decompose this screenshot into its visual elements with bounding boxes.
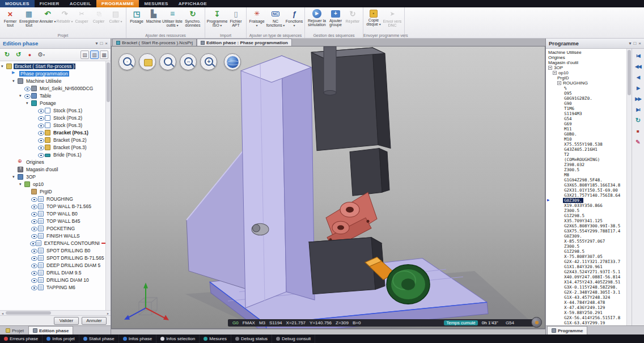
rewind-start-icon[interactable] bbox=[633, 51, 643, 61]
validate-button[interactable]: Valider bbox=[54, 317, 79, 325]
gcode-line[interactable]: G1X-63.43Y299.19 bbox=[546, 320, 626, 325]
expander-minus-icon[interactable] bbox=[557, 81, 561, 85]
tree-item[interactable]: Magasin d'outil bbox=[0, 166, 111, 173]
status-bar-item[interactable]: Infos sélection bbox=[156, 334, 200, 343]
visibility-eye-icon[interactable] bbox=[24, 86, 31, 91]
tree-item[interactable]: Origines bbox=[0, 158, 111, 166]
tree-item[interactable]: EXTERNAL CONTOURNI bbox=[0, 239, 111, 247]
view-detailed-icon[interactable] bbox=[100, 50, 108, 59]
gcode-line[interactable]: Z398.032 bbox=[546, 162, 626, 167]
menu-tab[interactable]: AFFICHAGE bbox=[173, 0, 212, 7]
expander-icon[interactable] bbox=[12, 79, 18, 83]
clamp-cylinder[interactable] bbox=[252, 223, 269, 235]
tree-item[interactable]: 3OP bbox=[0, 173, 111, 180]
gcode-line[interactable]: X-85.555Y297.067 bbox=[546, 239, 626, 244]
forward-end-icon[interactable] bbox=[633, 105, 643, 115]
scrollbar-thumb[interactable] bbox=[107, 62, 110, 102]
visibility-eye-icon[interactable] bbox=[31, 248, 37, 253]
ribbon-button[interactable]: Enregistrer tout bbox=[19, 9, 39, 31]
tree-item[interactable]: Posage bbox=[0, 99, 111, 107]
expander-icon[interactable] bbox=[19, 182, 24, 187]
support-rib[interactable] bbox=[187, 148, 248, 290]
tree-item[interactable]: TAPPING M6 bbox=[0, 283, 111, 291]
ribbon-button[interactable]: NC fonctions bbox=[265, 9, 286, 31]
gcode-line[interactable]: G3X21.757Y140.756I8.64 bbox=[546, 193, 626, 198]
tool-disc[interactable] bbox=[387, 265, 430, 304]
gcode-line[interactable]: G43Z405.216H1 bbox=[546, 147, 626, 152]
ribbon-button[interactable]: Fraisage bbox=[248, 9, 265, 31]
gcode-line[interactable]: G3X65.808Y185.166I34.8 bbox=[546, 183, 626, 188]
visibility-eye-icon[interactable] bbox=[31, 277, 37, 283]
visibility-eye-icon[interactable] bbox=[31, 285, 37, 290]
gcode-line[interactable]: O95 bbox=[546, 91, 626, 96]
visibility-eye-icon[interactable] bbox=[38, 137, 44, 143]
panel-tab[interactable]: Programme bbox=[547, 326, 587, 334]
tree-item[interactable]: ROUGHING bbox=[0, 195, 111, 202]
gcode-line[interactable]: Z300.5 bbox=[546, 244, 626, 249]
menu-tab[interactable]: MODULES bbox=[0, 0, 35, 7]
gcode-line[interactable]: % bbox=[546, 86, 626, 91]
tree-item[interactable]: DRILL DIAM 9.5 bbox=[0, 269, 111, 276]
panel-control-icon[interactable]: ▾ bbox=[95, 41, 98, 46]
view-compact-icon[interactable] bbox=[90, 50, 99, 59]
ribbon-button[interactable]: Posage bbox=[128, 9, 145, 31]
tree-vertical-scrollbar[interactable] bbox=[105, 61, 111, 310]
view-tool-button[interactable] bbox=[224, 53, 241, 70]
tree-item[interactable]: Bride (Pos.1) bbox=[0, 151, 111, 158]
tree-item[interactable]: Table bbox=[0, 92, 111, 99]
gcode-line[interactable]: G2X-2.348Y248.305I-3.1 bbox=[546, 290, 626, 295]
gcode-line[interactable]: G1G94Z298.5F48. bbox=[546, 177, 626, 183]
gcode-line[interactable]: X75.555Y198.538 bbox=[546, 142, 626, 147]
scroll-right-icon[interactable]: ▸ bbox=[105, 311, 111, 315]
ribbon-button[interactable]: Machine bbox=[145, 9, 162, 31]
visibility-eye-icon[interactable] bbox=[31, 262, 37, 268]
document-tab[interactable]: Bracket ( Start Re-process ).NcsPrj bbox=[112, 39, 197, 46]
gcode-line[interactable]: X-59.88Y250.291 bbox=[546, 310, 626, 315]
tree-item[interactable]: Stock (Pos.3) bbox=[0, 121, 111, 129]
ribbon-button[interactable]: Programme ISO bbox=[207, 9, 227, 31]
ribbon-button[interactable]: Synchro. données bbox=[183, 9, 203, 31]
rewind-icon[interactable] bbox=[633, 62, 643, 71]
status-bar-item[interactable]: Debug status bbox=[231, 334, 272, 343]
forward-icon[interactable] bbox=[633, 94, 643, 104]
status-bar-item[interactable]: Mesures bbox=[200, 334, 231, 343]
gcode-line[interactable]: X14.475Y243.405Z298.51 bbox=[546, 280, 626, 285]
gcode-line[interactable]: G1Z298.5 bbox=[546, 249, 626, 254]
gcode-line[interactable]: G1Z298.5 bbox=[546, 213, 626, 218]
gcode-line[interactable]: S1194M3 bbox=[546, 111, 626, 116]
programme-tree-item[interactable]: PrgID bbox=[546, 75, 626, 81]
play-icon[interactable] bbox=[633, 83, 643, 93]
record-macro-icon[interactable] bbox=[25, 50, 35, 60]
view-simple-icon[interactable] bbox=[80, 50, 89, 59]
tree-item[interactable]: POCKETING bbox=[0, 225, 111, 232]
visibility-eye-icon[interactable] bbox=[38, 115, 44, 121]
scroll-left-icon[interactable]: ◂ bbox=[0, 311, 5, 315]
view-tool-button[interactable] bbox=[180, 53, 197, 70]
view-tool-button[interactable] bbox=[159, 53, 176, 70]
expander-icon[interactable] bbox=[1, 64, 6, 69]
ribbon-button[interactable]: Rétablir bbox=[56, 9, 73, 31]
tree-item[interactable]: Phase programmation bbox=[0, 70, 111, 77]
ribbon-button[interactable]: Fermer tout bbox=[2, 9, 19, 31]
ribbon-button[interactable]: Utiliser liste outils bbox=[162, 9, 183, 31]
scrollbar-thumb[interactable] bbox=[628, 50, 631, 95]
menu-tab[interactable]: FICHIER bbox=[35, 0, 65, 7]
reset-icon[interactable] bbox=[633, 116, 643, 125]
panel-control-icon[interactable]: □ bbox=[100, 41, 103, 46]
gcode-line[interactable]: G1X-43.457Y248.324 bbox=[546, 295, 626, 300]
tombstone-block[interactable] bbox=[311, 48, 391, 151]
tree-item[interactable]: Bracket (Pos.3) bbox=[0, 143, 111, 151]
tree-item[interactable]: SPOT DRILLING B-71.565 bbox=[0, 254, 111, 261]
view-tool-button[interactable] bbox=[139, 53, 156, 70]
gcode-line[interactable]: G2X-42.11Y321.278I33.7 bbox=[546, 259, 626, 264]
visibility-eye-icon[interactable] bbox=[31, 211, 37, 217]
ribbon-button[interactable]: Fonctions bbox=[286, 9, 303, 31]
visibility-eye-icon[interactable] bbox=[24, 93, 31, 99]
gcode-line[interactable]: G90 bbox=[546, 101, 626, 106]
ribbon-button[interactable]: Ajouter groupe bbox=[327, 9, 344, 31]
ribbon-button[interactable]: Envoi vers DNC bbox=[382, 9, 402, 31]
ribbon-button[interactable]: Couper bbox=[73, 9, 90, 31]
programme-tree-item[interactable]: Machine Utilisée bbox=[546, 50, 626, 55]
menu-tab[interactable]: PROGRAMME bbox=[96, 0, 139, 7]
tree-item[interactable]: Bracket ( Start Re-process ) bbox=[0, 62, 111, 70]
